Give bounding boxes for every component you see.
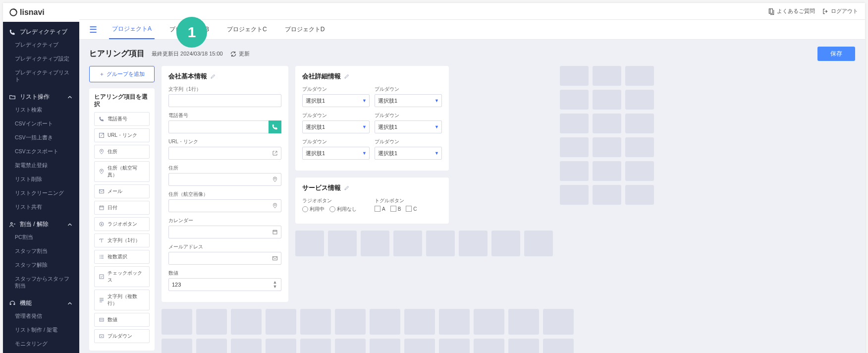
- palette-item[interactable]: 住所（航空写真）: [94, 161, 150, 182]
- edit-icon[interactable]: [344, 185, 350, 191]
- placeholder-grid: [295, 231, 553, 256]
- refresh-button[interactable]: 更新: [230, 50, 250, 58]
- topbar: よくあるご質問 ログアウト: [79, 3, 865, 20]
- placeholder-slot: [474, 339, 504, 353]
- edit-icon[interactable]: [210, 73, 216, 79]
- calendar-icon[interactable]: [269, 226, 281, 238]
- card-title: 会社基本情報: [168, 72, 281, 81]
- sidebar-section-predictive[interactable]: プレディクティブ: [3, 22, 79, 38]
- toggle-option[interactable]: A: [375, 206, 385, 212]
- multi-icon: [99, 254, 105, 260]
- sidebar-item[interactable]: CSVインポート: [3, 117, 79, 131]
- palette-item[interactable]: ラジオボタン: [94, 217, 150, 231]
- pulldown-select[interactable]: 選択肢1: [375, 120, 442, 133]
- placeholder-slot: [404, 339, 435, 353]
- address-aerial-input[interactable]: [168, 199, 281, 212]
- sidebar-item[interactable]: リスト共有: [3, 200, 79, 214]
- pulldown-select[interactable]: 選択肢1: [375, 94, 442, 107]
- card-service-info: サービス情報 ラジオボタン 利用中 利用なし: [295, 177, 449, 224]
- tab-project-c[interactable]: プロジェクトC: [224, 20, 270, 39]
- logout-icon: [822, 8, 829, 15]
- placeholder-slot: [474, 309, 504, 335]
- sidebar-item[interactable]: 架電禁止登録: [3, 159, 79, 173]
- sidebar-item[interactable]: CSV一括上書き: [3, 131, 79, 145]
- pulldown-select[interactable]: 選択肢1: [302, 147, 370, 160]
- sidebar-item[interactable]: プレディクティブ: [3, 38, 79, 52]
- number-input[interactable]: [168, 278, 281, 291]
- pulldown-select[interactable]: 選択肢1: [302, 120, 370, 133]
- palette-item[interactable]: プルダウン: [94, 329, 150, 343]
- pin-icon: [99, 149, 105, 155]
- field-label: プルダウン: [375, 86, 442, 93]
- palette-item[interactable]: メール: [94, 184, 150, 198]
- step-badge: 1: [176, 17, 207, 48]
- palette-item[interactable]: 文字列（複数行）: [94, 290, 150, 310]
- sidebar-item[interactable]: モニタリング: [3, 337, 79, 351]
- sidebar-item[interactable]: スタッフ割当: [3, 244, 79, 258]
- sidebar-section-features[interactable]: 機能: [3, 293, 79, 309]
- placeholder-slot: [404, 309, 435, 335]
- phone-input[interactable]: [168, 120, 281, 133]
- text-input[interactable]: [168, 94, 281, 107]
- palette-item[interactable]: 数値: [94, 313, 150, 327]
- toggle-option[interactable]: B: [390, 206, 401, 212]
- radio-option[interactable]: 利用なし: [329, 206, 357, 213]
- palette-item[interactable]: 住所: [94, 145, 150, 159]
- sidebar-item[interactable]: 管理者発信: [3, 309, 79, 323]
- palette-item[interactable]: 複数選択: [94, 250, 150, 264]
- pulldown-select[interactable]: 選択肢1: [375, 147, 442, 160]
- add-group-button[interactable]: ＋ グループを追加: [89, 66, 155, 82]
- sidebar-item[interactable]: CSVエクスポート: [3, 145, 79, 159]
- palette-item[interactable]: 日付: [94, 201, 150, 215]
- stepper-icon[interactable]: ▲▼: [269, 278, 281, 291]
- user-minus-icon: [9, 221, 16, 228]
- pulldown-select[interactable]: 選択肢1: [302, 94, 370, 107]
- placeholder-slot: [196, 339, 227, 353]
- edit-icon[interactable]: [344, 73, 350, 79]
- faq-link[interactable]: よくあるご質問: [768, 7, 815, 15]
- toggle-option[interactable]: C: [406, 206, 417, 212]
- radio-option[interactable]: 利用中: [302, 206, 325, 213]
- palette-item[interactable]: 文字列（1行）: [94, 234, 150, 247]
- placeholder-slot: [491, 231, 520, 256]
- pin-icon[interactable]: [269, 199, 281, 212]
- field-label: プルダウン: [375, 112, 442, 119]
- open-link-icon[interactable]: [269, 147, 281, 160]
- sidebar-section-assign[interactable]: 割当 / 解除: [3, 214, 79, 231]
- sidebar-item[interactable]: リスト削除: [3, 173, 79, 186]
- palette-item[interactable]: チェックボックス: [94, 266, 150, 287]
- palette-item[interactable]: URL・リンク: [94, 128, 150, 142]
- sidebar-item[interactable]: リスト制作 / 架電: [3, 323, 79, 337]
- select-icon: [99, 333, 105, 339]
- placeholder-slot: [543, 339, 574, 353]
- tab-project-a[interactable]: プロジェクトA: [109, 20, 155, 39]
- placeholder-slot: [625, 90, 654, 110]
- sidebar-item[interactable]: PC割当: [3, 231, 79, 244]
- url-input[interactable]: [168, 147, 281, 160]
- placeholder-slot: [625, 66, 654, 86]
- sidebar-item[interactable]: スタッフ解除: [3, 258, 79, 272]
- placeholder-slot: [266, 339, 296, 353]
- sidebar-item[interactable]: プレディクティブリスト: [3, 66, 79, 87]
- sidebar-item[interactable]: リスト検索: [3, 103, 79, 117]
- sidebar-item[interactable]: プレディクティブ設定: [3, 52, 79, 66]
- phone-dial-icon[interactable]: [269, 120, 281, 133]
- sidebar-item[interactable]: ファイル閲覧: [3, 351, 79, 353]
- sidebar-section-listops[interactable]: リスト操作: [3, 87, 79, 103]
- mail-input[interactable]: [168, 252, 281, 265]
- calendar-input[interactable]: [168, 226, 281, 238]
- sidebar-item[interactable]: スタッフからスタッフ割当: [3, 272, 79, 293]
- mail-icon[interactable]: [269, 252, 281, 265]
- pin-icon[interactable]: [269, 173, 281, 186]
- sidebar-item[interactable]: リストクリーニング: [3, 186, 79, 200]
- placeholder-slot: [162, 309, 192, 335]
- tab-project-d[interactable]: プロジェクトD: [282, 20, 328, 39]
- sidebar: lisnavi プレディクティブ プレディクティブ プレディクティブ設定 プレデ…: [3, 3, 79, 353]
- logout-link[interactable]: ログアウト: [822, 7, 858, 15]
- mail-icon: [99, 188, 105, 194]
- save-button[interactable]: 保存: [817, 47, 855, 61]
- address-input[interactable]: [168, 173, 281, 186]
- palette-item[interactable]: 電話番号: [94, 112, 150, 126]
- placeholder-slot: [625, 114, 654, 133]
- hamburger-icon[interactable]: ☰: [89, 24, 97, 35]
